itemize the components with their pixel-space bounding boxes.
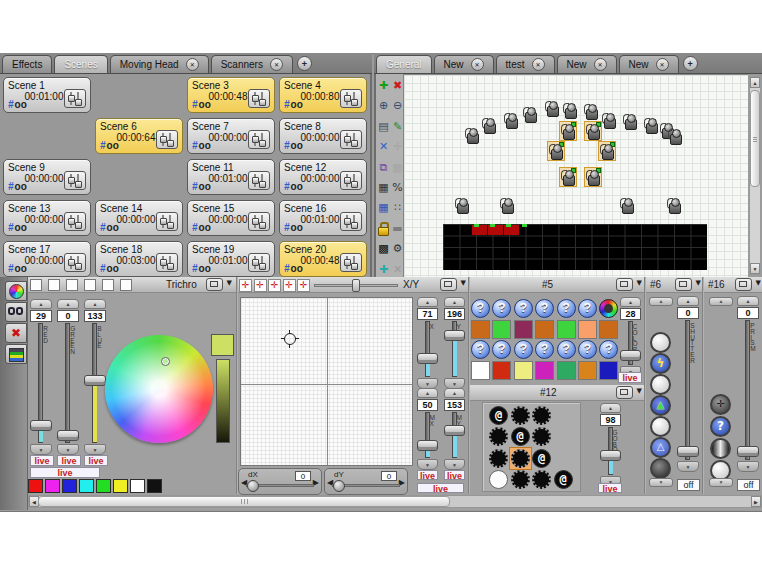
gobo-button[interactable] — [511, 406, 530, 425]
fader-up-button[interactable]: ▲ — [600, 403, 621, 413]
fader-down-button[interactable]: ▼ — [444, 459, 465, 470]
live-button[interactable]: live — [417, 470, 438, 480]
fader-up-button[interactable]: ▲ — [84, 299, 106, 309]
xy-cursor-icon[interactable] — [284, 333, 296, 345]
panel-menu-button[interactable]: ▼ — [735, 278, 761, 291]
fader-up-button[interactable]: ▲ — [737, 296, 759, 306]
preset-square[interactable] — [66, 279, 78, 291]
scene-fader-icon[interactable] — [64, 89, 86, 108]
bottom-horizontal-scrollbar[interactable]: ◀ ▶ — [28, 495, 762, 508]
matrix-icon[interactable]: ▦ — [377, 201, 390, 214]
close-icon[interactable]: ✕ — [270, 58, 283, 71]
matrix-small-icon[interactable]: ∷ — [391, 201, 404, 214]
fader-thumb[interactable] — [417, 440, 438, 451]
fader-thumb[interactable] — [677, 446, 699, 457]
live-button[interactable]: live — [30, 455, 54, 466]
fader-up-button[interactable]: ▲ — [620, 297, 641, 307]
cut-icon[interactable]: ✕ — [377, 140, 390, 153]
lock-icon[interactable] — [377, 222, 390, 235]
crosshair-preset-button[interactable]: ✛ — [254, 279, 267, 292]
dx-slider[interactable]: ◀ dX 0 ▶ — [238, 468, 322, 495]
fader-thumb[interactable] — [84, 375, 106, 386]
crosshair-preset-button[interactable]: ✛ — [297, 279, 310, 292]
color-swatch[interactable] — [28, 479, 43, 493]
scene-button[interactable]: Scene 800:00:00#oo — [279, 118, 367, 154]
add-secondary-icon[interactable]: ✚ — [377, 263, 390, 276]
off-button[interactable]: off — [677, 479, 700, 491]
color-swatch[interactable] — [96, 479, 111, 493]
selected-fixture[interactable] — [584, 121, 602, 141]
gobo-button[interactable] — [511, 449, 530, 468]
color-button[interactable] — [492, 361, 511, 380]
delete-fixture-icon[interactable]: ✖ — [391, 79, 404, 92]
fader-thumb[interactable] — [30, 420, 52, 431]
target-circle-button[interactable]: ✛ — [710, 394, 731, 415]
percent-grid-icon[interactable]: % — [391, 181, 404, 194]
scene-button[interactable]: Scene 1300:00:00#oo — [3, 200, 91, 236]
scene-fader-icon[interactable] — [64, 171, 86, 190]
brightness-gradient-bar[interactable] — [216, 359, 230, 443]
view-tab-new[interactable]: New✕ — [557, 55, 617, 73]
scene-tab-effects[interactable]: Effects — [2, 55, 52, 73]
scene-button[interactable]: Scene 1500:00:00#oo — [187, 200, 275, 236]
scene-button[interactable]: Scene 100:01:00#oo — [3, 77, 91, 113]
fader-thumb[interactable] — [444, 425, 465, 436]
plain-circle-button[interactable] — [650, 416, 671, 437]
color-button[interactable] — [599, 361, 618, 380]
dy-slider[interactable]: ◀ dY 0 ▶ — [324, 468, 408, 495]
palette-tab-button[interactable] — [5, 344, 27, 364]
scene-fader-icon[interactable] — [156, 253, 178, 272]
color-swatch[interactable] — [79, 479, 94, 493]
plain-circle-button[interactable] — [650, 332, 671, 353]
xy-pad[interactable] — [240, 297, 413, 466]
dy-slider-thumb[interactable] — [333, 480, 345, 492]
gobo-button[interactable]: @ — [489, 406, 508, 425]
scroll-thumb[interactable] — [750, 90, 760, 187]
off-button[interactable]: off — [737, 479, 760, 491]
xy-speed-slider-thumb[interactable] — [352, 279, 360, 292]
draw-icon[interactable]: ✎ — [391, 120, 404, 133]
scroll-down-icon[interactable]: ▼ — [750, 263, 760, 274]
scene-button[interactable]: Scene 700:00:00#oo — [187, 118, 275, 154]
fader-up-button[interactable]: ▲ — [677, 296, 699, 306]
scene-button[interactable]: Scene 1600:01:00#oo — [279, 200, 367, 236]
fixture[interactable] — [564, 103, 577, 118]
fixture[interactable] — [585, 104, 598, 119]
color-swatch[interactable] — [147, 479, 162, 493]
scene-button[interactable]: Scene 300:00:48#oo — [187, 77, 275, 113]
scene-fader-icon[interactable] — [64, 253, 86, 272]
fader-down-button[interactable]: ▼ — [84, 444, 106, 455]
fader-thumb[interactable] — [737, 446, 759, 457]
color-button[interactable] — [557, 320, 576, 339]
view-tab-ttest[interactable]: ttest✕ — [496, 55, 555, 73]
color-swatch[interactable] — [62, 479, 77, 493]
view-tab-new[interactable]: New✕ — [619, 55, 679, 73]
gobo-button[interactable] — [511, 470, 530, 489]
fader-thumb[interactable] — [57, 430, 79, 441]
view2d-vertical-scrollbar[interactable]: ▲ ▼ — [749, 76, 761, 275]
color-tab-button[interactable] — [5, 281, 27, 301]
fader-slider[interactable]: M Y — [444, 412, 465, 458]
scene-fader-icon[interactable] — [156, 130, 178, 149]
scene-fader-icon[interactable] — [340, 171, 362, 190]
scene-fader-icon[interactable] — [340, 212, 362, 231]
lightning-circle-button[interactable]: ϟ — [650, 353, 671, 374]
add-fixture-icon[interactable]: ✚ — [377, 79, 390, 92]
gobo-button[interactable]: @ — [532, 449, 551, 468]
separator-icon[interactable]: ▬ — [391, 222, 404, 235]
plain-circle-button[interactable] — [650, 374, 671, 395]
color-button[interactable] — [471, 361, 490, 380]
zoom-out-icon[interactable]: ⊖ — [391, 99, 404, 112]
zoom-in-icon[interactable]: ⊕ — [377, 99, 390, 112]
fixture[interactable] — [669, 129, 682, 144]
fader-slider[interactable]: B L U E — [84, 323, 106, 443]
fader-down-button[interactable]: ▼ — [417, 459, 438, 470]
live-button[interactable]: live — [618, 372, 642, 383]
color-button[interactable] — [471, 320, 490, 339]
fader-thumb[interactable] — [417, 353, 438, 364]
scene-fader-icon[interactable] — [248, 212, 270, 231]
color-swatch[interactable] — [113, 479, 128, 493]
stage-2d-canvas[interactable] — [404, 74, 748, 278]
scene-fader-icon[interactable] — [248, 89, 270, 108]
scene-button[interactable]: Scene 1700:00:00#oo — [3, 241, 91, 277]
